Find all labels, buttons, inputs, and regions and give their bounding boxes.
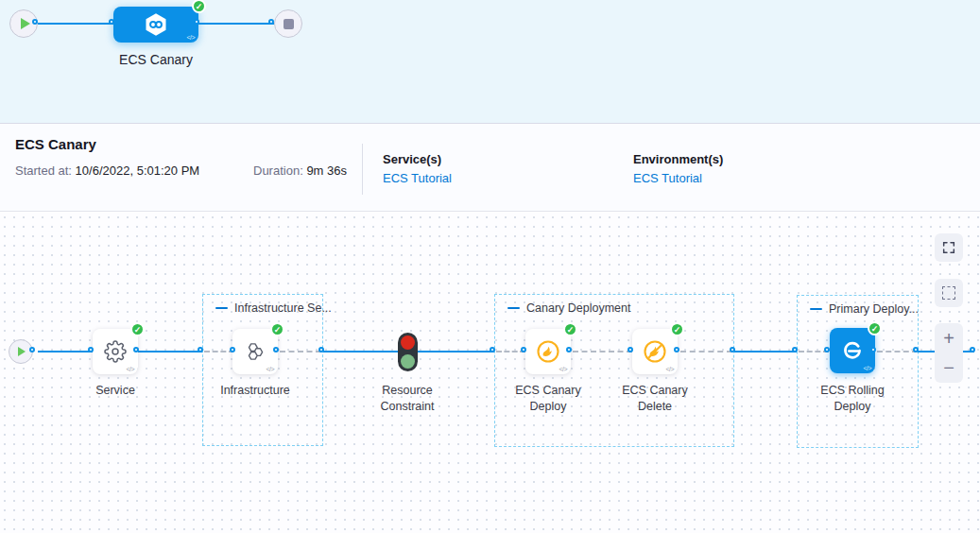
selection-tool-button[interactable] — [935, 279, 963, 307]
connector-dot — [88, 347, 94, 352]
connector-line — [198, 23, 274, 25]
node-label: Infrastructure — [206, 383, 304, 399]
node-label: Service — [66, 383, 164, 399]
gear-icon — [104, 340, 127, 363]
code-badge-icon: </> — [126, 366, 134, 372]
stop-icon — [284, 19, 294, 29]
node-resource-constraint[interactable] — [398, 333, 418, 371]
node-service[interactable]: ✓ </> — [93, 329, 138, 374]
success-badge: ✓ — [192, 0, 206, 13]
pipeline-hexagon-icon — [143, 11, 169, 38]
connector-dot — [870, 347, 876, 352]
collapse-dash-icon — [810, 308, 822, 311]
group-label-text: Canary Deployment — [526, 301, 630, 315]
environments-label: Environment(s) — [633, 152, 723, 166]
connector-dot — [490, 347, 495, 352]
node-label: ECS Canary Delete — [606, 383, 704, 415]
group-label-canary-deployment[interactable]: Canary Deployment — [507, 301, 630, 315]
code-badge-icon: </> — [266, 366, 274, 372]
connector-line-dashed — [573, 351, 632, 352]
node-label: ECS Rolling Deploy — [803, 383, 902, 415]
zoom-out-button[interactable]: − — [943, 358, 954, 377]
started-at: Started at: 10/6/2022, 5:01:20 PM — [15, 163, 199, 178]
fullscreen-button[interactable] — [935, 233, 963, 262]
group-label-text: Primary Deploy... — [829, 302, 919, 316]
node-ecs-canary-deploy[interactable]: ✓ </> — [525, 329, 571, 374]
connector-dot — [824, 347, 830, 352]
canary-delete-icon — [642, 338, 668, 365]
connector-dot — [194, 19, 199, 25]
connector-dot — [566, 347, 572, 352]
selection-icon — [942, 286, 955, 300]
execution-info-bar: ECS Canary Started at: 10/6/2022, 5:01:2… — [0, 124, 980, 212]
duration-value: 9m 36s — [306, 163, 347, 178]
success-badge: ✓ — [563, 322, 577, 336]
code-badge-icon: </> — [186, 34, 195, 41]
node-ecs-rolling-deploy[interactable]: ✓ </> — [830, 328, 875, 373]
connector-dot — [318, 347, 324, 352]
group-label-infrastructure[interactable]: Infrastructure Se... — [215, 301, 332, 315]
success-badge: ✓ — [868, 321, 882, 335]
node-ecs-canary-delete[interactable]: ✓ </> — [632, 329, 678, 374]
play-icon — [18, 347, 26, 356]
started-at-value: 10/6/2022, 5:01:20 PM — [76, 163, 200, 178]
code-badge-icon: </> — [559, 366, 567, 372]
connector-dot — [913, 347, 919, 352]
duration: Duration: 9m 36s — [253, 163, 347, 178]
connector-dot — [109, 19, 114, 25]
connector-line — [38, 23, 113, 25]
connector-dot — [521, 347, 526, 352]
fullscreen-icon — [941, 240, 956, 255]
success-badge: ✓ — [270, 322, 284, 336]
connector-dot — [268, 19, 274, 25]
connector-line — [38, 351, 93, 352]
node-infrastructure[interactable]: ✓ </> — [232, 329, 278, 374]
environments-block: Environment(s) ECS Tutorial — [633, 152, 723, 185]
traffic-light-green-icon — [401, 354, 415, 369]
connector-line-dashed — [280, 351, 321, 352]
collapse-dash-icon — [507, 307, 520, 310]
node-label: ECS Canary Deploy — [499, 383, 597, 415]
success-badge: ✓ — [130, 322, 145, 336]
started-at-label: Started at: — [15, 163, 72, 178]
info-divider — [362, 144, 363, 195]
connector-dot — [792, 347, 798, 352]
group-label-text: Infrastructure Se... — [234, 301, 332, 315]
collapse-dash-icon — [215, 307, 228, 310]
connector-line — [418, 351, 494, 352]
connector-dot — [32, 19, 38, 25]
canary-icon — [535, 338, 561, 365]
connector-dot — [133, 347, 139, 352]
connector-line-dashed — [680, 351, 732, 352]
zoom-in-button[interactable]: + — [943, 329, 954, 348]
execution-title: ECS Canary — [15, 136, 96, 152]
play-icon — [21, 18, 30, 29]
group-label-primary-deployment[interactable]: Primary Deploy... — [810, 302, 919, 316]
connector-dot — [970, 347, 975, 352]
code-badge-icon: </> — [863, 365, 871, 371]
connector-dot — [628, 347, 633, 352]
hexagons-icon — [243, 339, 267, 364]
pipeline-stage-label: ECS Canary — [99, 52, 213, 67]
zoom-controls: + − — [935, 323, 963, 383]
connector-dot — [29, 347, 35, 352]
ecs-rolling-icon — [840, 338, 865, 363]
traffic-light-red-icon — [401, 335, 415, 350]
connector-line — [734, 351, 797, 352]
services-block: Service(s) ECS Tutorial — [383, 152, 452, 185]
services-label: Service(s) — [383, 152, 452, 166]
code-badge-icon: </> — [665, 366, 674, 372]
execution-graph-canvas[interactable]: Infrastructure Se... Canary Deployment P… — [0, 213, 980, 533]
connector-dot — [674, 347, 679, 352]
connector-dot — [730, 347, 735, 352]
environments-link[interactable]: ECS Tutorial — [633, 171, 723, 185]
node-label: Resource Constraint — [358, 383, 456, 415]
connector-dot — [273, 347, 279, 352]
duration-label: Duration: — [253, 163, 303, 178]
services-link[interactable]: ECS Tutorial — [383, 171, 452, 185]
connector-line — [138, 351, 202, 352]
success-badge: ✓ — [670, 322, 684, 336]
connector-dot — [230, 347, 235, 352]
pipeline-stop-button[interactable] — [274, 9, 302, 38]
pipeline-stage-node[interactable]: </> ✓ — [113, 7, 198, 43]
